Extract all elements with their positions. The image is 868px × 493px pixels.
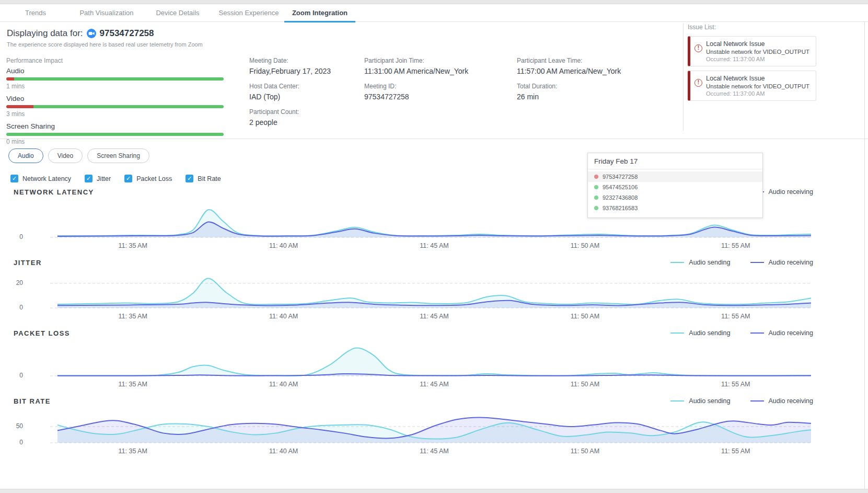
legend-audio-sending[interactable]: Audio sending	[670, 329, 730, 337]
issue-card[interactable]: ! Local Network Issue Unstable network f…	[688, 36, 816, 66]
pill-audio[interactable]: Audio	[8, 148, 43, 163]
tab-zoom-integration[interactable]: Zoom Integration	[284, 4, 355, 21]
issue-list-panel: Issue List: ! Local Network Issue Unstab…	[688, 24, 816, 105]
bottom-strip	[0, 489, 868, 493]
checkbox-jitter[interactable]: ✓Jitter	[85, 175, 111, 182]
checkbox-label: Bit Rate	[198, 175, 221, 182]
checkbox-checked-icon: ✓	[10, 175, 18, 182]
chart-legend: Audio sending Audio receiving	[670, 329, 813, 337]
sending-line-swatch	[670, 262, 684, 263]
checkbox-checked-icon: ✓	[124, 175, 132, 182]
sending-line-swatch	[670, 400, 684, 402]
legend-label: Audio sending	[689, 397, 730, 405]
receiving-line-swatch	[750, 333, 764, 334]
issue-list-title: Issue List:	[688, 24, 816, 31]
total-duration-value: 26 min	[517, 93, 663, 101]
x-axis-tick: 11: 45 AM	[420, 313, 448, 320]
zoom-icon	[87, 29, 96, 38]
participant-id: 97534727258	[603, 174, 638, 180]
jitter-chart: JITTER Audio sending Audio receiving 200…	[0, 257, 868, 321]
chart-x-axis: 11: 35 AM11: 40 AM11: 45 AM11: 50 AM11: …	[0, 239, 868, 250]
status-dot	[594, 175, 598, 179]
participant-count-value: 2 people	[249, 118, 369, 127]
chart-x-axis: 11: 35 AM11: 40 AM11: 45 AM11: 50 AM11: …	[0, 309, 868, 321]
checkbox-bit-rate[interactable]: ✓Bit Rate	[186, 175, 221, 182]
y-axis-tick: 20	[11, 279, 23, 286]
perf-audio-duration: 1 mins	[6, 83, 224, 90]
charts-section: NETWORK LATENCY Audio sending Audio rece…	[0, 187, 868, 463]
perf-video-bar	[6, 105, 224, 108]
issue-card[interactable]: ! Local Network Issue Unstable network f…	[688, 71, 816, 101]
perf-video-label: Video	[6, 95, 224, 102]
x-axis-tick: 11: 35 AM	[119, 313, 147, 320]
legend-audio-sending[interactable]: Audio sending	[670, 397, 730, 405]
x-axis-tick: 11: 55 AM	[721, 448, 750, 455]
issue-occurred-time: Occurred: 11:37:00 AM	[706, 56, 812, 62]
tab-session-experience[interactable]: Session Experience	[213, 4, 284, 21]
legend-label: Audio receiving	[769, 259, 813, 266]
participant-id: 92327436808	[603, 194, 638, 201]
chart-plot-area[interactable]: 200	[0, 272, 868, 309]
checkbox-checked-icon: ✓	[186, 175, 193, 182]
x-axis-tick: 11: 35 AM	[119, 242, 147, 249]
meeting-id-label: Meeting ID:	[364, 83, 511, 90]
horizontal-divider	[0, 139, 868, 139]
perf-row-screen-sharing: Screen Sharing 0 mins	[6, 122, 224, 145]
meeting-date-label: Meeting Date:	[249, 57, 369, 64]
legend-audio-sending[interactable]: Audio sending	[670, 259, 730, 266]
x-axis-tick: 11: 45 AM	[420, 242, 448, 249]
x-axis-tick: 11: 50 AM	[571, 381, 599, 388]
checkbox-checked-icon: ✓	[85, 175, 92, 182]
meeting-number: 97534727258	[100, 28, 154, 39]
x-axis-tick: 11: 40 AM	[269, 448, 298, 455]
checkbox-network-latency[interactable]: ✓Network Latency	[10, 175, 71, 182]
join-time-label: Participant Join Time:	[364, 57, 511, 64]
participant-count-label: Participant Count:	[249, 108, 369, 116]
meeting-date-value: Friday,February 17, 2023	[249, 67, 369, 75]
perf-screen-label: Screen Sharing	[6, 122, 224, 130]
tab-trends[interactable]: Trends	[0, 4, 71, 21]
pill-screen-sharing[interactable]: Screen Sharing	[87, 148, 149, 163]
perf-row-audio: Audio 1 mins	[6, 67, 224, 90]
chart-legend: Audio sending Audio receiving	[670, 259, 813, 266]
x-axis-tick: 11: 40 AM	[269, 313, 298, 320]
tab-path-visualization[interactable]: Path Visualization	[71, 4, 142, 21]
media-type-pills: Audio Video Screen Sharing	[8, 148, 149, 163]
status-dot	[594, 206, 598, 210]
y-axis-tick: 50	[11, 422, 23, 430]
legend-audio-receiving[interactable]: Audio receiving	[750, 329, 813, 337]
chart-plot-area[interactable]: 0	[0, 342, 868, 377]
chart-legend: Audio sending Audio receiving	[670, 397, 813, 405]
tooltip-participant-row[interactable]: 97534727258	[588, 171, 762, 182]
tooltip-participant-row[interactable]: 93768216583	[588, 203, 762, 213]
meeting-info-column-2: Participant Join Time:11:31:00 AM Americ…	[364, 57, 511, 108]
issue-occurred-time: Occurred: 11:37:00 AM	[706, 90, 812, 97]
x-axis-tick: 11: 55 AM	[721, 381, 750, 388]
packet-loss-chart: PACKET LOSS Audio sending Audio receivin…	[0, 328, 868, 389]
chart-plot-area[interactable]: 500	[0, 410, 868, 444]
tab-device-details[interactable]: Device Details	[142, 4, 213, 21]
x-axis-tick: 11: 35 AM	[119, 448, 147, 455]
page-subtitle: The experience score displayed here is b…	[7, 41, 203, 48]
pill-video[interactable]: Video	[48, 148, 83, 163]
performance-impact-panel: Performance Impact Audio 1 mins Video 3 …	[6, 57, 224, 150]
status-dot	[594, 196, 598, 200]
issue-title: Local Network Issue	[706, 40, 812, 48]
panel-right-edge	[864, 22, 865, 489]
legend-audio-receiving[interactable]: Audio receiving	[750, 259, 813, 266]
tooltip-participant-row[interactable]: 92327436808	[588, 192, 762, 203]
checkbox-label: Packet Loss	[136, 175, 172, 182]
chart-title: JITTER	[14, 259, 42, 267]
tooltip-participant-row[interactable]: 95474525106	[588, 182, 762, 192]
perf-screen-duration: 0 mins	[6, 138, 224, 145]
x-axis-tick: 11: 45 AM	[420, 448, 448, 455]
browser-strip	[0, 0, 868, 4]
join-time-value: 11:31:00 AM America/New_York	[364, 67, 511, 75]
tab-bar: Trends Path Visualization Device Details…	[0, 4, 868, 22]
checkbox-packet-loss[interactable]: ✓Packet Loss	[124, 175, 172, 182]
participant-id: 95474525106	[603, 184, 638, 190]
x-axis-tick: 11: 35 AM	[119, 381, 147, 388]
chart-title: PACKET LOSS	[14, 329, 70, 337]
legend-audio-receiving[interactable]: Audio receiving	[750, 397, 813, 405]
meeting-info-column-1: Meeting Date:Friday,February 17, 2023 Ho…	[249, 57, 369, 134]
